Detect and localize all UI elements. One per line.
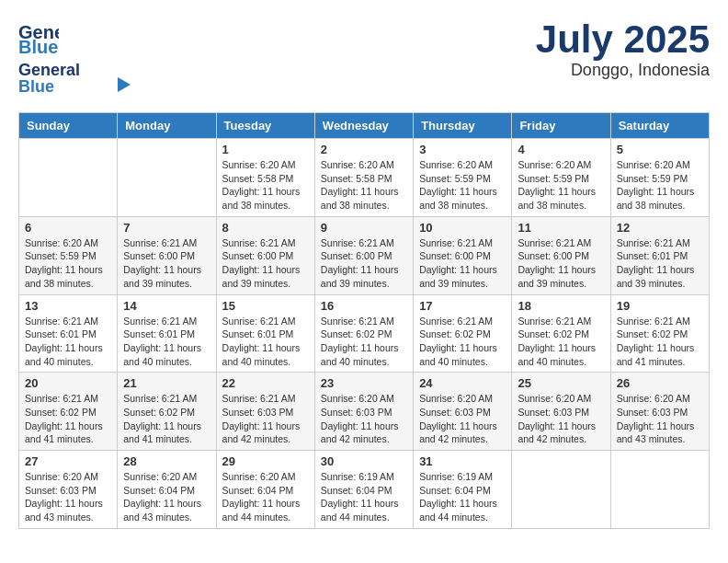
calendar-cell bbox=[610, 451, 709, 529]
day-number: 4 bbox=[518, 143, 604, 156]
cell-content: Sunrise: 6:21 AM Sunset: 6:00 PM Dayligh… bbox=[123, 236, 210, 291]
svg-text:Blue: Blue bbox=[18, 77, 54, 96]
calendar-cell: 24Sunrise: 6:20 AM Sunset: 6:03 PM Dayli… bbox=[414, 373, 512, 451]
calendar-cell: 23Sunrise: 6:20 AM Sunset: 6:03 PM Dayli… bbox=[314, 373, 413, 451]
day-number: 11 bbox=[518, 221, 604, 235]
day-number: 10 bbox=[419, 221, 506, 235]
cell-content: Sunrise: 6:21 AM Sunset: 6:00 PM Dayligh… bbox=[222, 236, 309, 291]
calendar-cell: 13Sunrise: 6:21 AM Sunset: 6:01 PM Dayli… bbox=[19, 294, 118, 373]
calendar-cell bbox=[19, 139, 118, 217]
weekday-header: Thursday bbox=[414, 113, 512, 139]
calendar-cell: 14Sunrise: 6:21 AM Sunset: 6:01 PM Dayli… bbox=[118, 294, 216, 373]
calendar-table: SundayMondayTuesdayWednesdayThursdayFrid… bbox=[18, 112, 710, 529]
day-number: 3 bbox=[419, 143, 506, 156]
weekday-header: Friday bbox=[512, 113, 610, 139]
location-title: Donggo, Indonesia bbox=[536, 61, 710, 80]
day-number: 6 bbox=[25, 221, 111, 235]
cell-content: Sunrise: 6:21 AM Sunset: 6:00 PM Dayligh… bbox=[518, 236, 604, 291]
calendar-cell: 28Sunrise: 6:20 AM Sunset: 6:04 PM Dayli… bbox=[118, 451, 216, 529]
day-number: 5 bbox=[617, 143, 703, 156]
calendar-cell: 5Sunrise: 6:20 AM Sunset: 5:59 PM Daylig… bbox=[610, 139, 709, 217]
calendar-week-row: 13Sunrise: 6:21 AM Sunset: 6:01 PM Dayli… bbox=[19, 294, 710, 373]
cell-content: Sunrise: 6:21 AM Sunset: 6:03 PM Dayligh… bbox=[222, 392, 309, 446]
logo: General Blue General Blue bbox=[18, 18, 138, 98]
cell-content: Sunrise: 6:21 AM Sunset: 6:02 PM Dayligh… bbox=[518, 315, 604, 369]
svg-marker-5 bbox=[118, 77, 131, 92]
cell-content: Sunrise: 6:20 AM Sunset: 6:03 PM Dayligh… bbox=[419, 392, 506, 446]
day-number: 7 bbox=[123, 221, 210, 235]
cell-content: Sunrise: 6:20 AM Sunset: 5:59 PM Dayligh… bbox=[617, 158, 703, 213]
logo-icon: General Blue bbox=[18, 18, 59, 59]
cell-content: Sunrise: 6:21 AM Sunset: 6:02 PM Dayligh… bbox=[321, 315, 407, 369]
calendar-cell: 3Sunrise: 6:20 AM Sunset: 5:59 PM Daylig… bbox=[414, 139, 512, 217]
calendar-cell: 16Sunrise: 6:21 AM Sunset: 6:02 PM Dayli… bbox=[314, 294, 413, 373]
calendar-week-row: 6Sunrise: 6:20 AM Sunset: 5:59 PM Daylig… bbox=[19, 216, 710, 294]
svg-text:General: General bbox=[18, 61, 80, 79]
calendar-header-row: SundayMondayTuesdayWednesdayThursdayFrid… bbox=[19, 113, 710, 139]
day-number: 8 bbox=[222, 221, 309, 235]
cell-content: Sunrise: 6:21 AM Sunset: 6:01 PM Dayligh… bbox=[617, 236, 703, 291]
day-number: 15 bbox=[222, 299, 309, 313]
calendar-cell: 12Sunrise: 6:21 AM Sunset: 6:01 PM Dayli… bbox=[610, 216, 709, 294]
day-number: 25 bbox=[518, 376, 604, 390]
calendar-cell: 26Sunrise: 6:20 AM Sunset: 6:03 PM Dayli… bbox=[610, 373, 709, 451]
cell-content: Sunrise: 6:21 AM Sunset: 6:01 PM Dayligh… bbox=[123, 315, 210, 369]
calendar-cell bbox=[512, 451, 610, 529]
cell-content: Sunrise: 6:21 AM Sunset: 6:01 PM Dayligh… bbox=[222, 315, 309, 369]
day-number: 2 bbox=[321, 143, 407, 156]
cell-content: Sunrise: 6:19 AM Sunset: 6:04 PM Dayligh… bbox=[419, 470, 506, 524]
calendar-cell: 30Sunrise: 6:19 AM Sunset: 6:04 PM Dayli… bbox=[314, 451, 413, 529]
day-number: 23 bbox=[321, 376, 407, 390]
logo-svg: General Blue bbox=[18, 59, 138, 98]
calendar-cell: 25Sunrise: 6:20 AM Sunset: 6:03 PM Dayli… bbox=[512, 373, 610, 451]
cell-content: Sunrise: 6:20 AM Sunset: 6:04 PM Dayligh… bbox=[222, 470, 309, 524]
cell-content: Sunrise: 6:21 AM Sunset: 6:02 PM Dayligh… bbox=[617, 315, 703, 369]
day-number: 30 bbox=[321, 454, 407, 468]
day-number: 18 bbox=[518, 299, 604, 313]
cell-content: Sunrise: 6:21 AM Sunset: 6:00 PM Dayligh… bbox=[321, 236, 407, 291]
calendar-cell: 8Sunrise: 6:21 AM Sunset: 6:00 PM Daylig… bbox=[216, 216, 314, 294]
cell-content: Sunrise: 6:20 AM Sunset: 5:58 PM Dayligh… bbox=[222, 158, 309, 213]
cell-content: Sunrise: 6:20 AM Sunset: 5:59 PM Dayligh… bbox=[419, 158, 506, 213]
calendar-cell bbox=[118, 139, 216, 217]
page-header: General Blue General Blue July 2025 Dong… bbox=[18, 18, 710, 98]
cell-content: Sunrise: 6:20 AM Sunset: 6:03 PM Dayligh… bbox=[518, 392, 604, 446]
cell-content: Sunrise: 6:21 AM Sunset: 6:02 PM Dayligh… bbox=[123, 392, 210, 446]
weekday-header: Sunday bbox=[19, 113, 118, 139]
calendar-cell: 29Sunrise: 6:20 AM Sunset: 6:04 PM Dayli… bbox=[216, 451, 314, 529]
day-number: 26 bbox=[617, 376, 703, 390]
svg-text:Blue: Blue bbox=[18, 37, 58, 57]
cell-content: Sunrise: 6:21 AM Sunset: 6:00 PM Dayligh… bbox=[419, 236, 506, 291]
day-number: 17 bbox=[419, 299, 506, 313]
cell-content: Sunrise: 6:20 AM Sunset: 5:58 PM Dayligh… bbox=[321, 158, 407, 213]
calendar-cell: 21Sunrise: 6:21 AM Sunset: 6:02 PM Dayli… bbox=[118, 373, 216, 451]
day-number: 9 bbox=[321, 221, 407, 235]
calendar-cell: 1Sunrise: 6:20 AM Sunset: 5:58 PM Daylig… bbox=[216, 139, 314, 217]
calendar-cell: 4Sunrise: 6:20 AM Sunset: 5:59 PM Daylig… bbox=[512, 139, 610, 217]
calendar-cell: 9Sunrise: 6:21 AM Sunset: 6:00 PM Daylig… bbox=[314, 216, 413, 294]
calendar-week-row: 1Sunrise: 6:20 AM Sunset: 5:58 PM Daylig… bbox=[19, 139, 710, 217]
calendar-cell: 7Sunrise: 6:21 AM Sunset: 6:00 PM Daylig… bbox=[118, 216, 216, 294]
day-number: 14 bbox=[123, 299, 210, 313]
cell-content: Sunrise: 6:20 AM Sunset: 6:03 PM Dayligh… bbox=[25, 470, 111, 524]
calendar-cell: 15Sunrise: 6:21 AM Sunset: 6:01 PM Dayli… bbox=[216, 294, 314, 373]
weekday-header: Saturday bbox=[610, 113, 709, 139]
title-block: July 2025 Donggo, Indonesia bbox=[536, 18, 710, 80]
cell-content: Sunrise: 6:20 AM Sunset: 6:03 PM Dayligh… bbox=[617, 392, 703, 446]
cell-content: Sunrise: 6:20 AM Sunset: 5:59 PM Dayligh… bbox=[518, 158, 604, 213]
cell-content: Sunrise: 6:19 AM Sunset: 6:04 PM Dayligh… bbox=[321, 470, 407, 524]
cell-content: Sunrise: 6:20 AM Sunset: 5:59 PM Dayligh… bbox=[25, 236, 111, 291]
calendar-cell: 22Sunrise: 6:21 AM Sunset: 6:03 PM Dayli… bbox=[216, 373, 314, 451]
cell-content: Sunrise: 6:21 AM Sunset: 6:02 PM Dayligh… bbox=[419, 315, 506, 369]
cell-content: Sunrise: 6:20 AM Sunset: 6:03 PM Dayligh… bbox=[321, 392, 407, 446]
day-number: 12 bbox=[617, 221, 703, 235]
calendar-cell: 27Sunrise: 6:20 AM Sunset: 6:03 PM Dayli… bbox=[19, 451, 118, 529]
calendar-cell: 10Sunrise: 6:21 AM Sunset: 6:00 PM Dayli… bbox=[414, 216, 512, 294]
day-number: 16 bbox=[321, 299, 407, 313]
calendar-week-row: 20Sunrise: 6:21 AM Sunset: 6:02 PM Dayli… bbox=[19, 373, 710, 451]
weekday-header: Wednesday bbox=[314, 113, 413, 139]
day-number: 20 bbox=[25, 376, 111, 390]
cell-content: Sunrise: 6:21 AM Sunset: 6:02 PM Dayligh… bbox=[25, 392, 111, 446]
day-number: 27 bbox=[25, 454, 111, 468]
month-title: July 2025 bbox=[536, 18, 710, 61]
